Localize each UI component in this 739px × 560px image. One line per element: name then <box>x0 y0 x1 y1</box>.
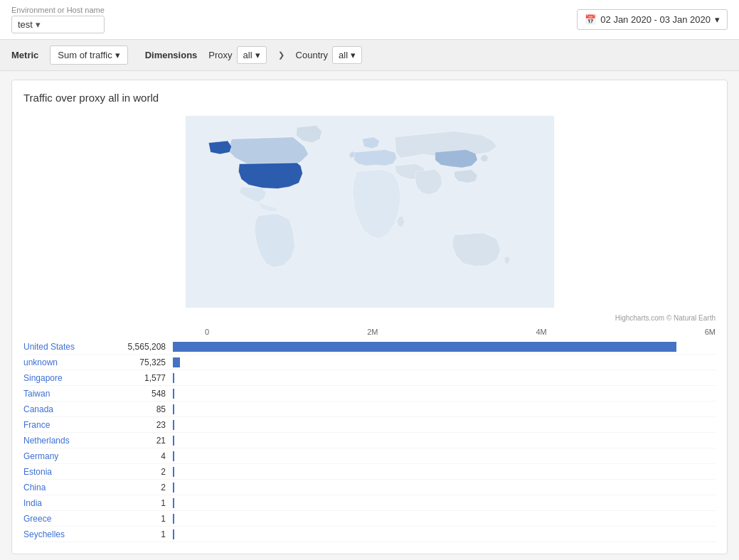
traffic-value: 23 <box>109 420 173 430</box>
metric-label: Metric <box>11 50 38 60</box>
country-link[interactable]: United States <box>23 342 109 352</box>
map-attribution: Highcharts.com © Natural Earth <box>23 314 716 322</box>
bar-track <box>173 342 716 352</box>
table-row: Canada85 <box>23 402 716 417</box>
chevron-right-icon: ❯ <box>278 50 285 60</box>
axis-label-4m: 4M <box>536 328 546 336</box>
chart-title: Traffic over proxy all in world <box>23 92 716 104</box>
traffic-value: 1 <box>109 529 173 539</box>
calendar-icon: 📅 <box>585 14 596 25</box>
bar-track <box>173 404 716 414</box>
bar-track <box>173 357 716 367</box>
traffic-value: 1,577 <box>109 373 173 383</box>
traffic-value: 21 <box>109 436 173 446</box>
country-value: all <box>339 50 348 60</box>
bar-fill <box>173 529 174 539</box>
table-row: unknown75,325 <box>23 355 716 370</box>
table-row: China2 <box>23 480 716 495</box>
traffic-value: 75,325 <box>109 357 173 367</box>
proxy-label: Proxy <box>208 50 232 60</box>
proxy-select[interactable]: all ▾ <box>237 46 267 64</box>
table-row: Greece1 <box>23 511 716 527</box>
axis-labels: 0 2M 4M 6M <box>205 328 716 336</box>
toolbar: Metric Sum of traffic ▾ Dimensions Proxy… <box>0 40 739 71</box>
bar-track <box>173 420 716 430</box>
country-link[interactable]: India <box>23 498 109 508</box>
env-section: Environment or Host name test ▾ <box>11 6 105 33</box>
axis-label-0: 0 <box>205 328 209 336</box>
table-row: Netherlands21 <box>23 433 716 448</box>
country-link[interactable]: Seychelles <box>23 529 109 539</box>
country-link[interactable]: Germany <box>23 451 109 461</box>
bar-fill <box>173 436 174 446</box>
chevron-down-icon: ▾ <box>715 14 720 25</box>
bar-fill <box>173 420 174 430</box>
country-label: Country <box>296 50 329 60</box>
axis-label-2m: 2M <box>367 328 378 336</box>
country-link[interactable]: Estonia <box>23 467 109 477</box>
traffic-value: 4 <box>109 451 173 461</box>
bar-fill <box>173 467 174 477</box>
bar-fill <box>173 514 174 524</box>
bar-fill <box>173 342 676 352</box>
bar-track <box>173 436 716 446</box>
traffic-value: 1 <box>109 514 173 524</box>
table-row: United States5,565,208 <box>23 339 716 355</box>
bar-fill <box>173 498 174 508</box>
bar-fill <box>173 389 174 399</box>
dimensions-label: Dimensions <box>145 50 198 60</box>
country-link[interactable]: Greece <box>23 514 109 524</box>
bar-fill <box>173 483 174 492</box>
country-link[interactable]: Netherlands <box>23 436 109 446</box>
bar-fill <box>173 357 180 367</box>
country-link[interactable]: Taiwan <box>23 389 109 399</box>
env-select[interactable]: test ▾ <box>11 16 105 33</box>
bar-track <box>173 451 716 461</box>
country-link[interactable]: Canada <box>23 404 109 414</box>
table-row: India1 <box>23 495 716 511</box>
traffic-value: 2 <box>109 467 173 477</box>
country-select[interactable]: all ▾ <box>332 46 362 64</box>
traffic-value: 548 <box>109 389 173 399</box>
table-row: Estonia2 <box>23 464 716 480</box>
bar-track <box>173 389 716 399</box>
bar-chart: United States5,565,208unknown75,325Singa… <box>23 339 716 542</box>
bar-fill <box>173 451 174 461</box>
bar-track <box>173 373 716 383</box>
date-picker[interactable]: 📅 02 Jan 2020 - 03 Jan 2020 ▾ <box>577 9 728 30</box>
date-range: 02 Jan 2020 - 03 Jan 2020 <box>600 14 711 25</box>
proxy-dimension: Proxy all ▾ <box>208 46 266 64</box>
top-bar: Environment or Host name test ▾ 📅 02 Jan… <box>0 0 739 40</box>
bar-track <box>173 498 716 508</box>
metric-value: Sum of traffic <box>58 50 112 60</box>
bar-fill <box>173 373 174 383</box>
env-value: test <box>18 19 33 30</box>
bar-fill <box>173 404 174 414</box>
table-row: France23 <box>23 417 716 433</box>
metric-select[interactable]: Sum of traffic ▾ <box>50 45 127 65</box>
env-label: Environment or Host name <box>11 6 105 14</box>
traffic-value: 5,565,208 <box>109 342 173 352</box>
traffic-value: 2 <box>109 483 173 492</box>
proxy-value: all <box>243 50 252 60</box>
chart-container: Traffic over proxy all in world <box>11 80 728 554</box>
country-link[interactable]: unknown <box>23 357 109 367</box>
world-map <box>23 112 716 311</box>
country-link[interactable]: France <box>23 420 109 430</box>
country-dimension: Country all ▾ <box>296 46 363 64</box>
traffic-value: 85 <box>109 404 173 414</box>
bar-track <box>173 467 716 477</box>
bar-track <box>173 529 716 539</box>
main-content: Traffic over proxy all in world <box>0 71 739 560</box>
chevron-down-icon: ▾ <box>351 50 356 60</box>
axis-label-6m: 6M <box>705 328 716 336</box>
table-row: Singapore1,577 <box>23 370 716 386</box>
country-link[interactable]: China <box>23 483 109 492</box>
table-row: Germany4 <box>23 448 716 464</box>
chevron-down-icon: ▾ <box>255 50 260 60</box>
table-row: Taiwan548 <box>23 386 716 402</box>
table-row: Seychelles1 <box>23 527 716 542</box>
country-link[interactable]: Singapore <box>23 373 109 383</box>
traffic-value: 1 <box>109 498 173 508</box>
bar-track <box>173 483 716 492</box>
